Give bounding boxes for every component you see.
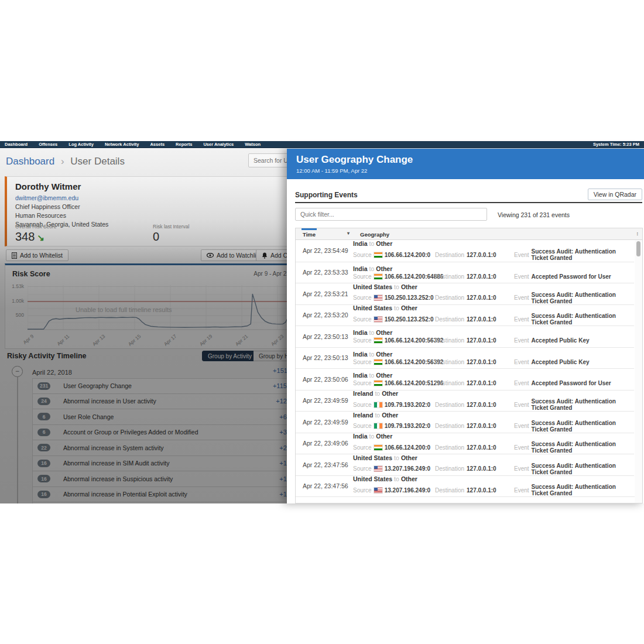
- xtick-label: Apr 19: [198, 333, 214, 347]
- geography-change: IndiatoOther: [353, 351, 634, 358]
- sort-toggle-icon[interactable]: ↕: [636, 231, 639, 237]
- event-row: Apr 22, 23:50:06 IndiatoOther Source 106…: [296, 368, 634, 390]
- geography-change: United StatestoOther: [353, 304, 634, 311]
- activity-list-item[interactable]: 231 User Geography Change +1155: [32, 378, 296, 394]
- breadcrumb-dashboard-link[interactable]: Dashboard: [6, 156, 54, 167]
- event-geography: United StatestoOther Source 13.207.196.2…: [353, 475, 634, 496]
- event-details: Source 150.250.123.252:0 Destination 127…: [353, 292, 634, 304]
- nav-item-user-analytics[interactable]: User Analytics: [203, 142, 234, 147]
- event-geography: IndiatoOther Source 106.66.124.200:51296…: [353, 372, 634, 386]
- destination-cell: Destination 127.0.0.1:0: [435, 402, 514, 408]
- destination-cell: Destination 127.0.0.1:0: [435, 487, 514, 494]
- timeline-date: April 22, 2018: [32, 369, 72, 376]
- event-cell: Event Success Audit: Authentication Tick…: [514, 420, 634, 433]
- geography-change: United StatestoOther: [353, 283, 634, 290]
- collapse-day-toggle[interactable]: −: [12, 366, 23, 377]
- activity-list-item[interactable]: 16 Abnormal increase in Potential Exploi…: [32, 487, 296, 503]
- breadcrumb-separator: ›: [61, 156, 64, 167]
- event-row: Apr 22, 23:50:13 IndiatoOther Source 106…: [296, 326, 634, 347]
- event-time: Apr 22, 23:50:06: [296, 376, 353, 383]
- scrollbar-thumb[interactable]: [636, 241, 640, 256]
- supporting-events-heading: Supporting Events: [295, 191, 358, 199]
- nav-item-assets[interactable]: Assets: [150, 142, 165, 147]
- event-cell: Event Success Audit: Authentication Tick…: [514, 484, 634, 496]
- source-cell: Source 109.79.193.202:0: [353, 423, 435, 429]
- geography-change: IndiatoOther: [353, 265, 634, 272]
- source-country-flag-icon: [374, 402, 382, 407]
- geography-change: IrelandtoOther: [353, 412, 634, 419]
- activity-label: User Role Change: [63, 413, 114, 420]
- source-country-flag-icon: [374, 317, 382, 322]
- destination-cell: Destination 127.0.0.1:0: [435, 465, 514, 472]
- event-time: Apr 22, 23:50:13: [296, 333, 353, 340]
- activity-list-item[interactable]: 16 Abnormal increase in SIM Audit activi…: [32, 456, 296, 472]
- source-cell: Source 106.66.124.200:51296: [353, 380, 435, 386]
- risk-score-title: Risk Score: [12, 270, 50, 278]
- activity-label: Account or Group or Privileges Added or …: [63, 429, 198, 436]
- source-cell: Source 106.66.124.200:0: [353, 252, 435, 258]
- destination-cell: Destination 127.0.0.1:0: [435, 273, 514, 280]
- geography-change: United StatestoOther: [353, 454, 634, 461]
- nav-item-dashboard[interactable]: Dashboard: [5, 142, 28, 147]
- event-details: Source 106.66.124.200:56392 Destination …: [353, 359, 634, 365]
- group-by-activity-button[interactable]: Group by Activity: [202, 351, 258, 361]
- interval-risk-metric: Risk last Interval 0: [153, 224, 290, 244]
- chart-empty-message: Unable to load full timeline results: [76, 306, 172, 313]
- source-country-flag-icon: [374, 445, 382, 450]
- geography-change: IndiatoOther: [353, 329, 634, 336]
- add-to-whitelist-button[interactable]: Add to Whitelist: [6, 249, 68, 261]
- event-details: Source 13.207.196.249:0 Destination 127.…: [353, 463, 634, 475]
- xtick-label: Apr 15: [127, 333, 142, 347]
- destination-cell: Destination 127.0.0.1:0: [435, 294, 514, 301]
- event-count-badge: 6: [37, 429, 50, 436]
- user-email-link[interactable]: dwitmer@ibmemm.edu: [15, 194, 289, 201]
- xtick-label: Apr 11: [56, 333, 70, 347]
- activity-list-item[interactable]: 16 Abnormal increase in Suspicious activ…: [32, 471, 296, 487]
- activity-list-item[interactable]: 24 Abnormal increase in User activity +1…: [32, 394, 296, 410]
- view-in-qradar-button[interactable]: View in QRadar: [588, 189, 642, 200]
- activity-list-item[interactable]: 6 User Role Change +60: [32, 409, 296, 425]
- geography-change: IrelandtoOther: [353, 390, 634, 397]
- user-geography-change-panel: User Geography Change 12:00 AM - 11:59 P…: [287, 149, 644, 503]
- activity-list-item[interactable]: 22 Abnormal increase in System activity …: [32, 440, 296, 456]
- quick-filter-input[interactable]: [295, 208, 487, 221]
- events-table: Time ▾ Geography ↕ Apr 22, 23:54:49 Indi…: [295, 228, 643, 503]
- column-time[interactable]: Time: [303, 231, 316, 238]
- ytick-3: 500: [9, 312, 24, 318]
- event-row: Apr 22, 23:47:56 United StatestoOther So…: [296, 454, 634, 475]
- event-row-partial: [296, 496, 642, 503]
- risk-score-range: Apr 9 - Apr 22: [254, 270, 290, 277]
- event-geography: United StatestoOther Source 150.250.123.…: [353, 304, 634, 326]
- sort-caret-icon[interactable]: ▾: [347, 231, 350, 236]
- destination-cell: Destination 127.0.0.1:0: [435, 380, 514, 386]
- event-count-badge: 24: [37, 398, 50, 405]
- nav-item-network-activity[interactable]: Network Activity: [105, 142, 139, 147]
- panel-header: User Geography Change 12:00 AM - 11:59 P…: [287, 149, 644, 179]
- user-name: Dorothy Witmer: [15, 181, 289, 191]
- destination-cell: Destination 127.0.0.1:0: [435, 444, 514, 451]
- event-geography: United StatestoOther Source 13.207.196.2…: [353, 454, 634, 475]
- event-details: Source 106.66.124.200:51296 Destination …: [353, 380, 634, 386]
- event-details: Source 109.79.193.202:0 Destination 127.…: [353, 420, 634, 433]
- nav-item-offenses[interactable]: Offenses: [39, 142, 57, 147]
- nav-items: DashboardOffensesLog ActivityNetwork Act…: [5, 142, 272, 147]
- source-country-flag-icon: [374, 295, 382, 300]
- xtick-label: Apr 21: [234, 333, 249, 347]
- event-time: Apr 22, 23:49:59: [296, 419, 353, 426]
- source-cell: Source 150.250.123.252:0: [353, 316, 435, 323]
- event-details: Source 106.66.124.200:0 Destination 127.…: [353, 441, 634, 454]
- event-count-badge: 16: [37, 475, 50, 482]
- event-geography: IndiatoOther Source 106.66.124.200:64886…: [353, 265, 634, 280]
- event-details: Source 109.79.193.202:0 Destination 127.…: [353, 398, 634, 411]
- activity-list-item[interactable]: 6 Account or Group or Privileges Added o…: [32, 425, 296, 441]
- nav-item-log-activity[interactable]: Log Activity: [68, 142, 94, 147]
- event-details: Source 150.250.123.252:0 Destination 127…: [353, 313, 634, 326]
- nav-item-reports[interactable]: Reports: [176, 142, 192, 147]
- event-time: Apr 22, 23:54:49: [296, 247, 353, 254]
- breadcrumb: Dashboard › User Details: [6, 156, 125, 167]
- event-geography: IrelandtoOther Source 109.79.193.202:0 D…: [353, 412, 634, 433]
- event-cell: Event Accepted Password for User: [514, 273, 611, 280]
- nav-item-watson[interactable]: Watson: [245, 142, 261, 147]
- activity-label: Abnormal increase in SIM Audit activity: [63, 460, 170, 467]
- event-geography: United StatestoOther Source 150.250.123.…: [353, 283, 634, 304]
